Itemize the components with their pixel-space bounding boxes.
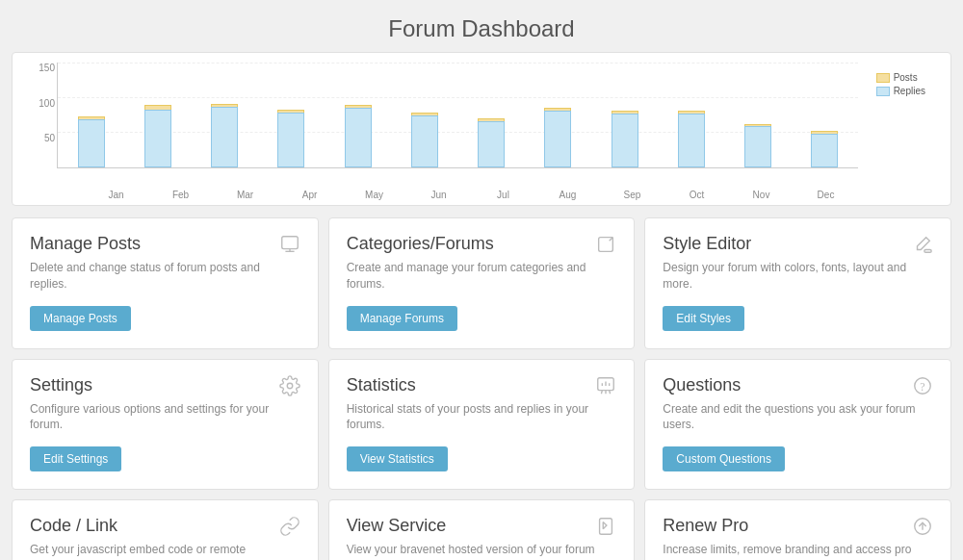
- chart-bars-area: [57, 63, 858, 168]
- questions-title: Questions: [663, 375, 933, 395]
- statistics-desc: Historical stats of your posts and repli…: [347, 401, 617, 434]
- code-link-icon: [279, 516, 300, 543]
- style-editor-icon: [912, 234, 933, 261]
- bar-replies: [478, 121, 505, 167]
- bar-group: [258, 110, 325, 167]
- x-axis-labels: JanFebMarAprMayJunJulAugSepOctNovDec: [84, 190, 858, 200]
- svg-text:?: ?: [920, 379, 924, 393]
- x-label: Jun: [406, 190, 471, 200]
- cards-grid: Manage Posts Delete and change status of…: [0, 217, 963, 560]
- renew-pro-title: Renew Pro: [663, 516, 933, 536]
- manage-posts-desc: Delete and change status of forum posts …: [30, 260, 300, 293]
- bar-group: [192, 104, 258, 167]
- bar-replies: [678, 114, 705, 167]
- manage-posts-icon: [279, 234, 300, 261]
- svg-rect-7: [924, 250, 931, 253]
- x-label: Dec: [794, 190, 858, 200]
- bar-replies: [211, 107, 238, 167]
- bar-group: [124, 105, 191, 167]
- style-editor-title: Style Editor: [663, 234, 933, 254]
- statistics-title: Statistics: [347, 375, 617, 395]
- bar-group: [325, 105, 391, 167]
- code-link-desc: Get your javascript embed code or remote…: [30, 542, 300, 560]
- bar-replies: [544, 111, 571, 167]
- legend-replies-label: Replies: [894, 86, 925, 96]
- view-service-icon: [595, 516, 616, 543]
- categories-forums-button[interactable]: Manage Forums: [347, 306, 457, 331]
- bar-group: [458, 118, 525, 167]
- legend-posts-label: Posts: [894, 72, 918, 83]
- card-settings: Settings Configure various options and s…: [12, 359, 319, 491]
- bar-group: [792, 131, 858, 167]
- bar-replies: [411, 115, 438, 167]
- statistics-button[interactable]: View Statistics: [347, 446, 448, 471]
- x-label: Feb: [148, 190, 213, 200]
- bar-group: [591, 111, 658, 167]
- categories-forums-title: Categories/Forums: [347, 234, 617, 254]
- x-label: Sep: [600, 190, 664, 200]
- bar-replies: [144, 110, 171, 167]
- card-statistics: Statistics Historical stats of your post…: [328, 359, 636, 491]
- x-label: Oct: [664, 190, 729, 200]
- view-service-title: View Service: [347, 516, 617, 536]
- page-title: Forum Dashboard: [0, 0, 963, 52]
- questions-icon: ?: [912, 375, 933, 402]
- questions-button[interactable]: Custom Questions: [663, 446, 785, 471]
- y-axis-labels: 150 100 50: [28, 63, 55, 168]
- x-label: May: [342, 190, 406, 200]
- card-view-service: View Service View your bravenet hosted v…: [328, 499, 636, 560]
- bar-replies: [277, 113, 304, 167]
- card-code-link: Code / Link Get your javascript embed co…: [12, 499, 319, 560]
- categories-forums-desc: Create and manage your forum categories …: [347, 260, 617, 293]
- bar-replies: [744, 126, 771, 167]
- x-label: Aug: [535, 190, 600, 200]
- settings-title: Settings: [30, 375, 300, 395]
- bar-group: [525, 108, 591, 167]
- bar-group: [391, 113, 457, 167]
- style-editor-desc: Design your forum with colors, fonts, la…: [663, 260, 933, 293]
- manage-posts-button[interactable]: Manage Posts: [30, 306, 131, 331]
- bar-group: [658, 111, 724, 167]
- x-label: Mar: [213, 190, 277, 200]
- x-label: Jan: [84, 190, 148, 200]
- questions-desc: Create and edit the questions you ask yo…: [663, 401, 933, 434]
- chart-container: 150 100 50 Posts Replies JanFebMarAprMay…: [12, 52, 951, 206]
- renew-pro-desc: Increase limits, remove branding and acc…: [663, 542, 933, 560]
- bar-replies: [612, 114, 638, 167]
- bar-replies: [78, 119, 105, 167]
- card-renew-pro: Renew Pro Increase limits, remove brandi…: [644, 499, 951, 560]
- svg-point-8: [287, 383, 293, 389]
- manage-posts-title: Manage Posts: [30, 234, 300, 254]
- statistics-icon: [595, 375, 616, 402]
- card-style-editor: Style Editor Design your forum with colo…: [644, 217, 951, 349]
- chart-legend: Posts Replies: [876, 72, 925, 99]
- bar-group: [58, 116, 124, 167]
- bar-group: [725, 124, 792, 167]
- card-categories-forums: Categories/Forums Create and manage your…: [328, 217, 636, 349]
- settings-icon: [279, 375, 300, 402]
- x-label: Apr: [277, 190, 342, 200]
- settings-desc: Configure various options and settings f…: [30, 401, 300, 434]
- categories-forums-icon: [595, 234, 616, 261]
- card-manage-posts: Manage Posts Delete and change status of…: [12, 217, 319, 349]
- settings-button[interactable]: Edit Settings: [30, 446, 121, 471]
- x-label: Jul: [471, 190, 535, 200]
- bar-replies: [345, 108, 372, 167]
- card-questions: ? Questions Create and edit the question…: [644, 359, 951, 491]
- bar-replies: [811, 134, 838, 167]
- renew-pro-icon: [912, 516, 933, 543]
- x-label: Nov: [729, 190, 794, 200]
- svg-rect-0: [281, 237, 298, 249]
- style-editor-button[interactable]: Edit Styles: [663, 306, 744, 331]
- view-service-desc: View your bravenet hosted version of you…: [347, 542, 617, 560]
- code-link-title: Code / Link: [30, 516, 300, 536]
